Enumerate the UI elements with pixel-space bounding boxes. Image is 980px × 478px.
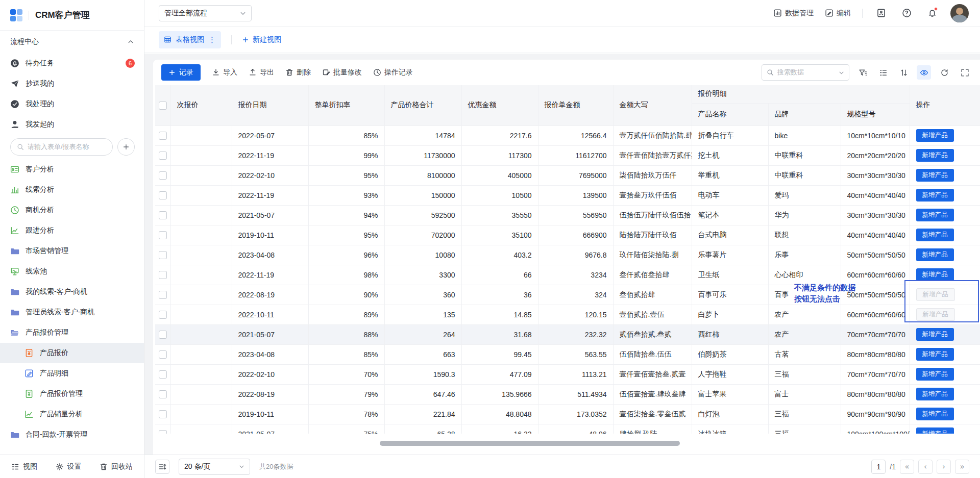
user-avatar[interactable]: [950, 4, 969, 22]
sidebar-item-product-quote-management[interactable]: 产品报价管理: [0, 322, 144, 343]
row-checkbox[interactable]: [159, 430, 167, 434]
sidebar-item-product-quote-admin[interactable]: 产品报价管理: [0, 384, 144, 404]
row-checkbox[interactable]: [159, 370, 167, 379]
sidebar-item-marketing-management[interactable]: 市场营销管理: [0, 241, 144, 261]
directory-button[interactable]: [874, 6, 888, 20]
delete-button[interactable]: 删除: [285, 68, 311, 77]
row-checkbox[interactable]: [159, 291, 167, 299]
row-checkbox[interactable]: [159, 410, 167, 418]
chevron-up-icon[interactable]: [128, 39, 134, 45]
row-checkbox[interactable]: [159, 171, 167, 180]
col-coupon-amount[interactable]: 优惠金额: [461, 85, 538, 125]
row-height-button[interactable]: [155, 460, 169, 474]
sidebar-item-contract-management[interactable]: 合同-回款-开票管理: [0, 424, 144, 445]
notifications-button[interactable]: [925, 6, 939, 20]
add-product-button[interactable]: 新增产品: [916, 209, 954, 221]
row-checkbox[interactable]: [159, 211, 167, 219]
add-product-button[interactable]: 新增产品: [916, 169, 954, 182]
col-brand[interactable]: 品牌: [768, 103, 841, 125]
col-group-quote-detail[interactable]: 报价明细: [692, 85, 910, 103]
row-checkbox[interactable]: [159, 331, 167, 339]
sidebar-item-handled-by-me[interactable]: 我处理的: [0, 94, 144, 114]
sidebar-item-followup-analysis[interactable]: 跟进分析: [0, 220, 144, 241]
add-product-button[interactable]: 新增产品: [916, 129, 954, 142]
row-checkbox[interactable]: [159, 191, 167, 199]
new-view-button[interactable]: 新建视图: [242, 35, 281, 44]
sidebar-item-customer-analysis[interactable]: 客户分析: [0, 159, 144, 180]
sidebar-item-product-detail[interactable]: 产品明细: [0, 363, 144, 384]
horizontal-scrollbar[interactable]: [380, 441, 680, 446]
col-product-total[interactable]: 产品价格合计: [384, 85, 461, 125]
first-page-button[interactable]: «: [900, 460, 914, 474]
tab-table-view[interactable]: 表格视图 ⋮: [159, 31, 221, 48]
add-product-button[interactable]: 新增产品: [916, 328, 954, 341]
row-checkbox[interactable]: [159, 231, 167, 239]
add-product-button[interactable]: 新增产品: [916, 308, 955, 321]
recycle-bin-button[interactable]: 回收站: [100, 462, 133, 471]
sidebar-item-product-sales-analysis[interactable]: 产品销量分析: [0, 404, 144, 424]
row-checkbox[interactable]: [159, 271, 167, 279]
row-checkbox[interactable]: [159, 251, 167, 259]
row-checkbox[interactable]: [159, 152, 167, 160]
row-checkbox[interactable]: [159, 311, 167, 319]
row-checkbox[interactable]: [159, 350, 167, 359]
help-button[interactable]: [899, 6, 914, 20]
prev-page-button[interactable]: ‹: [918, 460, 933, 474]
views-button[interactable]: 视图: [11, 462, 37, 471]
col-discount-rate[interactable]: 整单折扣率: [308, 85, 384, 125]
sidebar-item-leads-analysis[interactable]: 线索分析: [0, 180, 144, 200]
add-product-button[interactable]: 新增产品: [916, 149, 954, 162]
sidebar-item-cc-to-me[interactable]: 抄送我的: [0, 73, 144, 94]
operation-log-button[interactable]: 操作记录: [373, 68, 413, 77]
batch-edit-button[interactable]: 批量修改: [322, 68, 362, 77]
sidebar-item-admin-leads-customers[interactable]: 管理员线索-客户-商机: [0, 302, 144, 322]
edit-button[interactable]: 编辑: [825, 9, 851, 18]
last-page-button[interactable]: »: [955, 460, 969, 474]
add-product-button[interactable]: 新增产品: [916, 388, 954, 400]
refresh-button[interactable]: [937, 65, 951, 80]
add-product-button[interactable]: 新增产品: [916, 229, 954, 241]
add-product-button[interactable]: 新增产品: [916, 368, 954, 381]
add-product-button[interactable]: 新增产品: [916, 348, 954, 361]
fullscreen-button[interactable]: [958, 65, 972, 80]
sidebar-item-initiated-by-me[interactable]: 我发起的: [0, 114, 144, 135]
page-size-select[interactable]: 20 条/页: [179, 459, 250, 475]
settings-button[interactable]: 设置: [56, 462, 82, 471]
data-manage-button[interactable]: 数据管理: [773, 9, 814, 18]
add-record-button[interactable]: 记录: [161, 64, 201, 81]
sidebar-item-my-leads-customers[interactable]: 我的线索-客户-商机: [0, 282, 144, 302]
sidebar-item-todo-tasks[interactable]: 待办任务 6: [0, 53, 144, 73]
col-second-quote[interactable]: 次报价: [170, 85, 232, 125]
col-quote-amount[interactable]: 报价单金额: [538, 85, 613, 125]
sidebar-item-opportunity-analysis[interactable]: 商机分析: [0, 200, 144, 220]
filter-button[interactable]: [855, 65, 870, 80]
sort-button[interactable]: [896, 65, 911, 80]
more-icon[interactable]: ⋮: [208, 36, 216, 43]
visibility-button[interactable]: [917, 65, 931, 80]
sidebar-item-product-quote[interactable]: 产品报价: [0, 343, 144, 363]
add-product-button[interactable]: 新增产品: [916, 248, 954, 261]
sidebar-search-input[interactable]: 请输入表单/报表名称: [10, 138, 113, 156]
import-button[interactable]: 导入: [212, 68, 237, 77]
col-amount-caps[interactable]: 金额大写: [613, 85, 692, 125]
add-product-button[interactable]: 新增产品: [916, 189, 954, 202]
col-product-name[interactable]: 产品名称: [692, 103, 768, 125]
row-checkbox[interactable]: [159, 390, 167, 398]
add-product-button[interactable]: 新增产品: [916, 427, 954, 434]
col-quote-date[interactable]: 报价日期: [232, 85, 308, 125]
add-product-button[interactable]: 新增产品: [916, 408, 954, 420]
next-page-button[interactable]: ›: [937, 460, 951, 474]
flow-select[interactable]: 管理全部流程: [159, 5, 252, 21]
add-form-button[interactable]: [117, 138, 135, 156]
add-product-button[interactable]: 新增产品: [916, 268, 954, 281]
sidebar-item-leads-pool[interactable]: 线索池: [0, 261, 144, 282]
current-page-input[interactable]: 1: [871, 460, 886, 474]
export-button[interactable]: 导出: [249, 68, 274, 77]
select-all-checkbox[interactable]: [159, 102, 167, 110]
add-product-button[interactable]: 新增产品: [916, 288, 955, 301]
col-spec[interactable]: 规格型号: [841, 103, 910, 125]
row-checkbox[interactable]: [159, 132, 167, 140]
sidebar-section-process-center[interactable]: 流程中心: [0, 31, 144, 53]
field-config-button[interactable]: [876, 65, 890, 80]
table-search-input[interactable]: 搜索数据: [762, 64, 849, 81]
